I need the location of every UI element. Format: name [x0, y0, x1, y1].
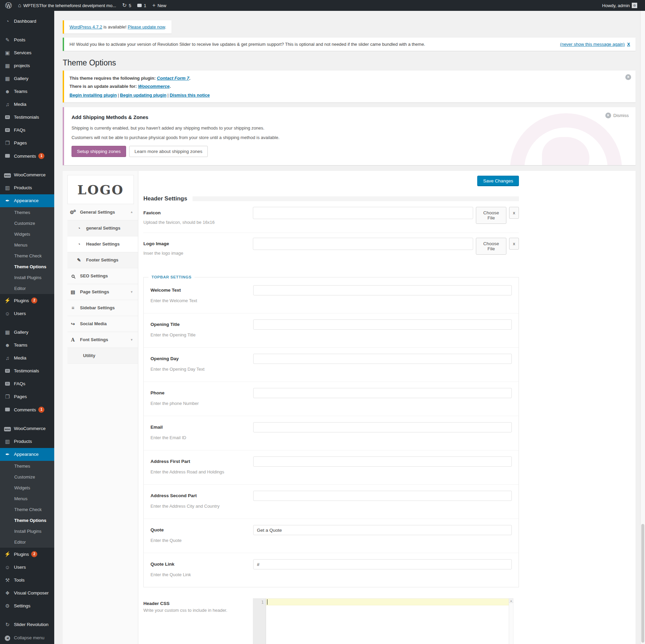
begin-updating-plugin-link[interactable]: Begin updating plugin — [120, 93, 166, 98]
contact-form-7-link[interactable]: Contact Form 7 — [157, 76, 189, 81]
phone-input[interactable] — [253, 388, 512, 398]
sidebar-subitem-widgets[interactable]: Widgets — [0, 483, 54, 493]
editor-code-area[interactable] — [266, 599, 513, 644]
opening-day-input[interactable] — [253, 354, 512, 364]
sidebar-subitem-themes[interactable]: Themes — [0, 207, 54, 218]
sidebar-item-teams[interactable]: ☻Teams — [0, 85, 54, 98]
email-input[interactable] — [253, 422, 512, 432]
account-menu[interactable]: Howdy, admin ☻ — [599, 0, 640, 11]
sidebar-item-pages[interactable]: ❐Pages — [0, 390, 54, 403]
sidebar-item-gallery[interactable]: ▦Gallery — [0, 326, 54, 339]
new-content-menu[interactable]: + New — [149, 0, 169, 11]
sidebar-subitem-theme-options[interactable]: Theme Options — [0, 261, 54, 272]
sidebar-item-testimonials[interactable]: Testimonials — [0, 365, 54, 377]
quote-link-input[interactable] — [253, 559, 512, 569]
please-update-link[interactable]: Please update now — [128, 24, 165, 30]
revslider-dismiss-x[interactable]: X — [627, 42, 630, 47]
sidebar-subitem-customize[interactable]: Customize — [0, 218, 54, 229]
sidebar-item-dashboard[interactable]: ◔Dashboard — [0, 15, 54, 28]
shipping-dismiss[interactable]: × Dismiss — [605, 113, 629, 118]
editor-scrollbar[interactable]: ▲ — [509, 599, 513, 644]
sidebar-item-comments[interactable]: Comments1 — [0, 403, 54, 416]
sidebar-item-gallery[interactable]: ▦Gallery — [0, 72, 54, 85]
logo-image-input[interactable] — [253, 238, 473, 250]
sidebar-item-visual-composer[interactable]: ❖Visual Composer — [0, 587, 54, 600]
sidebar-subitem-themes[interactable]: Themes — [0, 461, 54, 472]
sidebar-item-products[interactable]: ▥Products — [0, 181, 54, 194]
sidebar-item-posts[interactable]: ✎Posts — [0, 34, 54, 46]
clear-file-button[interactable]: x — [509, 207, 519, 219]
sidebar-subitem-install-plugins[interactable]: Install Plugins — [0, 526, 54, 537]
sidebar-item-collapse-menu[interactable]: ◀Collapse menu — [0, 631, 54, 644]
theme-nav-sidebar-settings[interactable]: ≡Sidebar Settings — [67, 300, 138, 316]
sidebar-subitem-theme-options[interactable]: Theme Options — [0, 515, 54, 526]
theme-nav-header-settings[interactable]: ◔Header Settings — [67, 236, 138, 252]
wordpress-version-link[interactable]: WordPress 4.7.2 — [69, 24, 102, 30]
favicon-input[interactable] — [253, 207, 473, 219]
sidebar-item-pages[interactable]: ❐Pages — [0, 137, 54, 150]
sidebar-subitem-customize[interactable]: Customize — [0, 472, 54, 483]
theme-nav-font-settings[interactable]: AFont Settings▼ — [67, 332, 138, 348]
sidebar-subitem-menus[interactable]: Menus — [0, 493, 54, 504]
sidebar-item-comments[interactable]: Comments1 — [0, 150, 54, 163]
sidebar-item-plugins[interactable]: ⚡Plugins2 — [0, 548, 54, 561]
begin-installing-plugin-link[interactable]: Begin installing plugin — [69, 93, 117, 98]
sidebar-item-appearance[interactable]: ✒Appearance — [0, 194, 54, 207]
clear-file-button[interactable]: x — [509, 238, 519, 250]
sidebar-item-slider-revolution[interactable]: ↻Slider Revolution — [0, 618, 54, 631]
theme-nav-utility[interactable]: Utility — [67, 348, 138, 364]
sidebar-item-faqs[interactable]: FAQs — [0, 377, 54, 390]
choose-file-button[interactable]: Choose File — [476, 238, 506, 255]
quote-input[interactable] — [253, 525, 512, 535]
site-name-link[interactable]: ⌂ WPTESTfor the tehemeforest develpment … — [15, 0, 119, 11]
learn-more-shipping-button[interactable]: Learn more about shipping zones — [129, 146, 208, 157]
sidebar-subitem-editor[interactable]: Editor — [0, 537, 54, 548]
sidebar-item-media[interactable]: ♫Media — [0, 98, 54, 111]
sidebar-item-plugins[interactable]: ⚡Plugins2 — [0, 294, 54, 307]
never-show-again-link[interactable]: (never show this message again) — [560, 42, 625, 47]
theme-nav-social-media[interactable]: ↪Social Media — [67, 316, 138, 332]
setup-shipping-zones-button[interactable]: Setup shipping zones — [72, 146, 126, 157]
sidebar-subitem-install-plugins[interactable]: Install Plugins — [0, 272, 54, 283]
sidebar-subitem-editor[interactable]: Editor — [0, 283, 54, 294]
scroll-up-icon[interactable]: ▲ — [509, 599, 513, 603]
sidebar-item-woocommerce[interactable]: wooWooCommerce — [0, 169, 54, 181]
sidebar-subitem-theme-check[interactable]: Theme Check — [0, 251, 54, 261]
dismiss-this-notice-link[interactable]: Dismiss this notice — [169, 93, 209, 98]
choose-file-button[interactable]: Choose File — [476, 207, 506, 224]
notice-dismiss-icon[interactable]: × — [625, 74, 631, 80]
welcome-text-input[interactable] — [253, 285, 512, 295]
wordpress-logo-menu[interactable]: Ⓦ — [2, 0, 15, 11]
sidebar-subitem-theme-check[interactable]: Theme Check — [0, 504, 54, 515]
sidebar-item-products[interactable]: ▥Products — [0, 435, 54, 448]
theme-nav-general-settings[interactable]: ⚙⚙General Settings▲ — [67, 204, 138, 220]
opening-title-input[interactable] — [253, 319, 512, 330]
sidebar-item-appearance[interactable]: ✒Appearance — [0, 448, 54, 461]
updates-indicator[interactable]: ↻ 5 — [119, 0, 135, 11]
woocommerce-link[interactable]: Woocommerce — [138, 84, 169, 89]
page-scrollbar[interactable] — [640, 11, 645, 644]
comments-indicator[interactable]: 1 — [134, 0, 149, 11]
address-first-part-input[interactable] — [253, 456, 512, 467]
theme-nav-page-settings[interactable]: ▤Page Settings▼ — [67, 284, 138, 300]
sidebar-item-projects[interactable]: ▦projects — [0, 59, 54, 72]
sidebar-item-teams[interactable]: ☻Teams — [0, 339, 54, 352]
sidebar-item-testimonials[interactable]: Testimonials — [0, 111, 54, 124]
sidebar-item-services[interactable]: ▣Services — [0, 46, 54, 59]
sidebar-subitem-menus[interactable]: Menus — [0, 240, 54, 251]
sidebar-subitem-widgets[interactable]: Widgets — [0, 229, 54, 240]
theme-nav-general-settings[interactable]: ◔general Settings — [67, 220, 138, 236]
sidebar-item-users[interactable]: ☺Users — [0, 561, 54, 574]
sidebar-item-settings[interactable]: ⚙Settings — [0, 600, 54, 612]
scrollbar-thumb[interactable] — [641, 524, 644, 643]
theme-nav-footer-settings[interactable]: ✎Footer Settings — [67, 252, 138, 268]
sidebar-item-faqs[interactable]: FAQs — [0, 124, 54, 137]
sidebar-item-woocommerce[interactable]: wooWooCommerce — [0, 422, 54, 435]
sidebar-item-users[interactable]: ☺Users — [0, 307, 54, 320]
theme-nav-seo-settings[interactable]: SEO Settings — [67, 268, 138, 284]
sidebar-item-tools[interactable]: ⚒Tools — [0, 574, 54, 587]
address-second-part-input[interactable] — [253, 491, 512, 501]
save-changes-button[interactable]: Save Changes — [477, 176, 519, 186]
header-css-editor[interactable]: 1 ▲ — [253, 598, 513, 644]
sidebar-item-media[interactable]: ♫Media — [0, 352, 54, 365]
